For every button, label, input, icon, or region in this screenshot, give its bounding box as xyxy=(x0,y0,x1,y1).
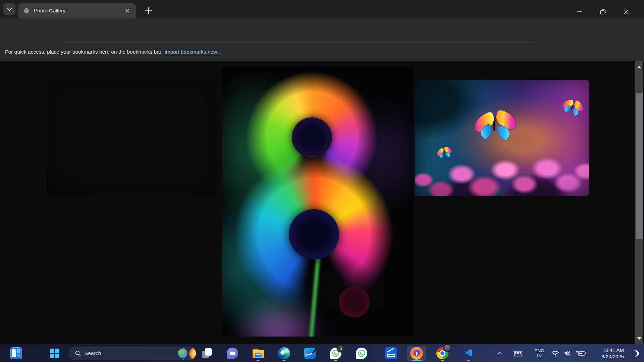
widgets-icon xyxy=(10,347,22,359)
language-line1: ENG xyxy=(534,348,544,353)
chrome-button[interactable] xyxy=(435,346,450,361)
language-line2: IN xyxy=(534,353,544,358)
window-controls xyxy=(574,3,638,20)
clock[interactable]: 10:41 AM 3/20/2025 xyxy=(589,346,624,361)
running-indicator-explorer xyxy=(257,360,260,361)
scanner-app-button[interactable] xyxy=(384,346,398,361)
scroll-up-arrow[interactable] xyxy=(637,66,642,68)
windows-start-icon xyxy=(50,349,60,358)
edge-browser-button[interactable] xyxy=(277,346,291,361)
file-explorer-button[interactable] xyxy=(251,346,266,361)
chat-app-button[interactable] xyxy=(225,346,240,361)
whiteboard-icon xyxy=(304,348,316,359)
chevron-up-icon xyxy=(496,350,503,357)
image-vignette xyxy=(47,80,216,196)
tab-search-button[interactable] xyxy=(3,3,15,15)
keyboard-icon xyxy=(514,349,523,358)
page-content xyxy=(0,61,644,344)
bookmarks-bar: For quick access, place your bookmarks h… xyxy=(0,43,644,61)
chevron-down-icon xyxy=(7,6,12,11)
speaker-icon xyxy=(563,349,572,358)
gallery-image-neon-daisies[interactable] xyxy=(222,67,414,337)
search-placeholder: Search xyxy=(85,350,178,356)
battery-charging-icon xyxy=(576,349,587,358)
start-button[interactable] xyxy=(47,346,62,361)
tray-chevron-button[interactable] xyxy=(494,346,505,361)
close-window-button[interactable] xyxy=(621,7,631,17)
scroll-down-arrow[interactable] xyxy=(637,337,642,340)
running-indicator-edge xyxy=(282,360,285,361)
avast-browser-button[interactable] xyxy=(409,346,424,361)
tray-time: 10:41 AM xyxy=(589,347,624,353)
minimize-button[interactable] xyxy=(574,7,584,17)
gallery-image-rainbow-chrysanthemum[interactable] xyxy=(47,80,216,196)
gallery-image-butterflies[interactable] xyxy=(415,80,589,196)
restore-button[interactable] xyxy=(598,7,608,17)
tab-close-icon[interactable] xyxy=(124,7,131,14)
whatsapp-icon-2 xyxy=(356,348,367,359)
edge-icon xyxy=(278,347,290,359)
rotating-earth-icon xyxy=(178,349,187,358)
running-indicator-vscode xyxy=(467,360,470,361)
moon-icon xyxy=(631,351,637,357)
tab-strip: Photo Gallery xyxy=(0,0,644,18)
vscode-button[interactable] xyxy=(461,346,476,361)
vscode-icon xyxy=(463,348,473,358)
task-view-icon xyxy=(200,347,214,359)
language-indicator[interactable]: ENG IN xyxy=(531,346,547,361)
import-bookmarks-link[interactable]: Import bookmarks now... xyxy=(165,49,221,55)
folder-icon xyxy=(253,349,264,358)
whiteboard-app-button[interactable] xyxy=(303,346,317,361)
globe-favicon-icon xyxy=(23,7,30,14)
browser-toolbar: File C:/Users/DELL/Desktop/TASK/photo%20… xyxy=(0,18,644,43)
tray-date: 3/20/2025 xyxy=(589,353,624,360)
notification-badge: 5 xyxy=(337,345,344,352)
whatsapp-secondary-button[interactable] xyxy=(354,346,369,361)
taskbar-widgets-app-button[interactable] xyxy=(9,346,23,361)
running-indicator-chrome xyxy=(441,360,444,361)
taskbar: Search xyxy=(0,344,644,362)
avast-secure-browser-icon xyxy=(410,347,423,360)
active-indicator xyxy=(412,360,422,361)
scrollbar[interactable] xyxy=(635,61,643,344)
wifi-icon xyxy=(551,349,559,358)
new-tab-button[interactable] xyxy=(144,6,154,15)
running-indicator-whatsapp xyxy=(334,360,337,361)
taskbar-search[interactable]: Search xyxy=(69,347,196,360)
whatsapp-button[interactable]: 5 xyxy=(328,346,343,361)
touch-keyboard-button[interactable] xyxy=(511,346,525,361)
screen: Photo Gallery xyxy=(0,0,644,362)
video-chat-icon xyxy=(227,348,238,359)
daisy-bottom-center xyxy=(339,287,370,317)
battery-button[interactable] xyxy=(574,346,588,361)
scanner-icon xyxy=(385,347,397,359)
scrollbar-thumb[interactable] xyxy=(636,93,643,239)
task-view-button[interactable] xyxy=(200,346,214,361)
tab-title: Photo Gallery xyxy=(34,8,124,14)
bookmarks-message: For quick access, place your bookmarks h… xyxy=(5,49,163,55)
chrome-profile-avatar xyxy=(444,345,451,352)
volume-button[interactable] xyxy=(561,346,574,361)
search-icon xyxy=(74,350,81,357)
wifi-button[interactable] xyxy=(549,346,561,361)
tab-photo-gallery[interactable]: Photo Gallery xyxy=(18,3,136,18)
do-not-disturb-button[interactable] xyxy=(625,346,638,361)
